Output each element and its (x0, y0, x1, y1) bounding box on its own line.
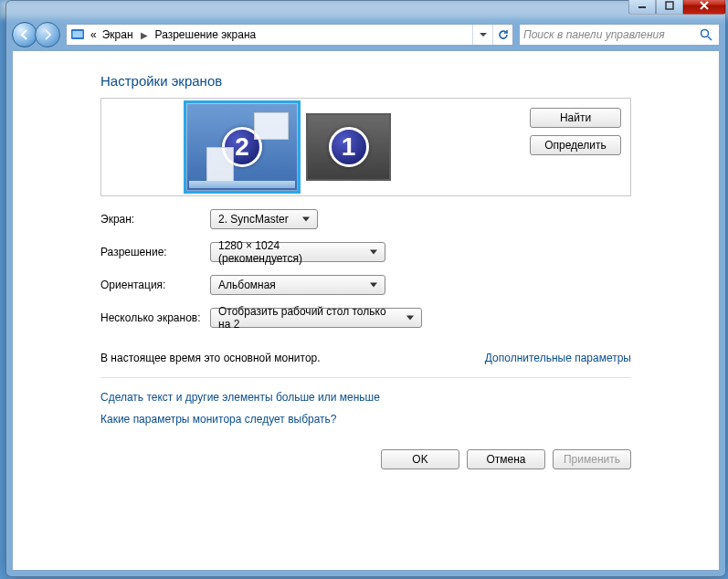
advanced-settings-link[interactable]: Дополнительные параметры (485, 352, 631, 364)
taskbar-icon (189, 181, 295, 188)
nav-back-button[interactable] (12, 22, 37, 47)
close-button[interactable] (683, 0, 725, 15)
minimize-button[interactable] (628, 0, 656, 15)
search-input[interactable]: Поиск в панели управления (519, 24, 720, 46)
breadcrumb-item-1[interactable]: Экран (102, 28, 133, 41)
ok-button[interactable]: OK (381, 449, 459, 469)
svg-rect-0 (638, 6, 646, 8)
svg-rect-1 (666, 2, 673, 9)
cancel-button[interactable]: Отмена (467, 449, 545, 469)
search-placeholder: Поиск в панели управления (523, 28, 665, 41)
breadcrumb-root[interactable]: « (90, 28, 97, 41)
svg-rect-3 (73, 31, 83, 37)
display-label: Экран: (100, 213, 210, 226)
window-caption-buttons (628, 0, 725, 15)
control-panel-icon (70, 27, 85, 42)
help-link[interactable]: Какие параметры монитора следует выбрать… (100, 413, 631, 426)
monitor-1[interactable]: 1 (306, 113, 391, 181)
address-history-button[interactable] (472, 25, 492, 45)
multi-display-label: Несколько экранов: (100, 311, 210, 324)
orientation-combo[interactable]: Альбомная (210, 275, 385, 295)
navigation-row: « Экран ▶ Разрешение экрана Поиск в пане… (12, 19, 720, 50)
separator (100, 377, 631, 378)
orientation-label: Ориентация: (100, 279, 210, 291)
search-icon (699, 27, 713, 45)
identify-button[interactable]: Определить (530, 135, 621, 155)
svg-line-5 (708, 37, 712, 40)
resolution-label: Разрешение: (100, 246, 210, 258)
chevron-right-icon: ▶ (139, 30, 150, 40)
client-area: Настройки экранов 2 1 Найти Определить Э… (12, 50, 720, 571)
text-size-link[interactable]: Сделать текст и другие элементы больше и… (100, 391, 631, 404)
apply-button[interactable]: Применить (553, 449, 631, 469)
resolution-combo[interactable]: 1280 × 1024 (рекомендуется) (210, 242, 385, 262)
window-frame: « Экран ▶ Разрешение экрана Поиск в пане… (5, 0, 726, 577)
primary-monitor-note: В настоящее время это основной монитор. (100, 352, 321, 364)
breadcrumb-item-2[interactable]: Разрешение экрана (155, 28, 257, 41)
window-thumb-icon (254, 112, 289, 140)
maximize-button[interactable] (656, 0, 683, 15)
refresh-button[interactable] (492, 25, 512, 45)
detect-button[interactable]: Найти (530, 108, 621, 128)
monitor-2[interactable]: 2 (184, 100, 301, 194)
monitor-number-badge: 1 (329, 127, 369, 167)
page-title: Настройки экранов (100, 73, 631, 89)
window-thumb-icon (206, 147, 234, 182)
address-bar[interactable]: « Экран ▶ Разрешение экрана (66, 24, 513, 46)
nav-forward-button[interactable] (35, 22, 60, 47)
multi-display-combo[interactable]: Отобразить рабочий стол только на 2 (210, 308, 422, 328)
monitor-preview-box: 2 1 Найти Определить (100, 98, 631, 196)
svg-point-4 (702, 30, 709, 37)
display-combo[interactable]: 2. SyncMaster (210, 209, 318, 229)
